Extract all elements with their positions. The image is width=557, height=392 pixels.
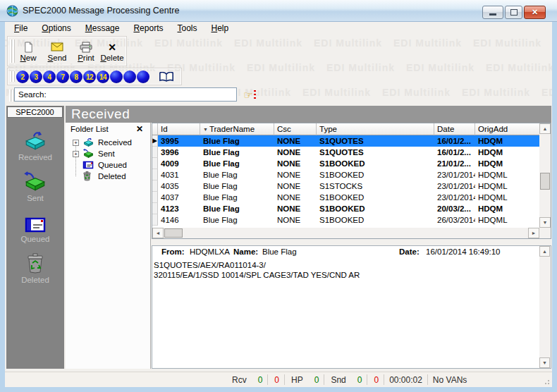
detail-vertical-scrollbar[interactable]: ▲ ▼ bbox=[539, 246, 551, 368]
table-row[interactable]: ▶ 3995Blue Flag NONES1QUOTES 16/01/2...H… bbox=[152, 135, 540, 147]
sent-tray-icon bbox=[82, 149, 94, 159]
book-button[interactable] bbox=[156, 70, 177, 84]
status-divider bbox=[267, 374, 268, 385]
scroll-right-icon[interactable]: ► bbox=[528, 228, 539, 238]
table-row[interactable]: 3996Blue Flag NONES1QUOTES 16/01/2...HDQ… bbox=[152, 147, 540, 158]
message-body: S1QUOTES/AEX/RA011014-3/ 320115/EA/1/SSD… bbox=[154, 260, 534, 280]
type-sphere-button[interactable]: 14 bbox=[97, 71, 109, 83]
status-divider bbox=[384, 374, 384, 385]
delete-button[interactable]: ✕ Delete bbox=[98, 38, 126, 65]
folder-list-title: Folder List bbox=[71, 125, 109, 133]
column-header-date[interactable]: Date bbox=[434, 123, 475, 135]
app-window: SPEC2000 Message Processing Centre ✕ Fil… bbox=[0, 0, 557, 392]
table-row[interactable]: 4037Blue Flag NONES1BOOKED 23/01/2014HDQ… bbox=[152, 192, 540, 203]
send-button[interactable]: Send bbox=[43, 38, 71, 65]
rcv-ok-count: 0 bbox=[258, 375, 263, 385]
tree-item-deleted[interactable]: Deleted bbox=[66, 171, 150, 182]
menu-tools[interactable]: Tools bbox=[173, 23, 200, 34]
folder-list-close-icon[interactable]: ✕ bbox=[136, 124, 143, 134]
type-sphere-button[interactable]: 7 bbox=[56, 71, 69, 83]
open-book-icon bbox=[159, 72, 174, 82]
menu-file[interactable]: File bbox=[11, 23, 31, 34]
type-sphere-button[interactable]: 3 bbox=[30, 71, 42, 83]
message-detail-pane: From: HDQMLXA Name: Blue Flag Date: 16/0… bbox=[152, 245, 551, 369]
table-row[interactable]: 4009Blue Flag NONES1BOOKED 21/01/2...HDQ… bbox=[152, 158, 540, 169]
outlook-sidebar: SPEC2000 Received bbox=[6, 106, 64, 369]
status-divider bbox=[427, 374, 428, 385]
tree-item-received[interactable]: + Received bbox=[66, 137, 150, 148]
snd-error-count: 0 bbox=[374, 375, 379, 385]
rcv-label: Rcv bbox=[232, 375, 247, 385]
scrollbar-thumb[interactable] bbox=[540, 173, 550, 190]
expand-icon[interactable]: + bbox=[73, 151, 79, 157]
type-sphere-button[interactable]: 4 bbox=[43, 71, 56, 83]
column-header-tradername[interactable]: ▼TraderName bbox=[200, 123, 274, 135]
search-input[interactable]: Search: bbox=[14, 87, 237, 102]
column-header-origadd[interactable]: OrigAdd bbox=[475, 123, 540, 135]
scroll-down-icon[interactable]: ▼ bbox=[539, 217, 551, 228]
grid-vertical-scrollbar[interactable]: ▲ ▼ bbox=[539, 123, 551, 228]
scroll-down-icon[interactable]: ▼ bbox=[539, 357, 550, 368]
sidebar-tab-spec2000[interactable]: SPEC2000 bbox=[7, 106, 63, 118]
menu-reports[interactable]: Reports bbox=[130, 23, 166, 34]
scroll-left-icon[interactable]: ◄ bbox=[152, 228, 164, 238]
close-button[interactable]: ✕ bbox=[524, 6, 546, 19]
search-go-button[interactable]: ☞ bbox=[241, 88, 258, 102]
table-row[interactable]: 4146Blue Flag NONES1BOOKED 26/03/2014HDQ… bbox=[152, 214, 540, 226]
print-button[interactable]: Print bbox=[72, 38, 100, 65]
sidebar-item-queued[interactable]: Queued bbox=[6, 209, 64, 247]
window-title: SPEC2000 Message Processing Centre bbox=[23, 6, 179, 16]
menu-help[interactable]: Help bbox=[207, 23, 232, 34]
scroll-up-icon[interactable]: ▲ bbox=[539, 246, 550, 257]
type-sphere-button[interactable] bbox=[110, 71, 123, 83]
toolbar-grip[interactable] bbox=[10, 71, 15, 82]
type-sphere-button[interactable]: 8 bbox=[70, 71, 82, 83]
column-header-id[interactable]: Id bbox=[158, 123, 200, 135]
sidebar-item-sent[interactable]: Sent bbox=[6, 169, 64, 207]
column-header-csc[interactable]: Csc bbox=[274, 123, 317, 135]
name-label: Name: bbox=[233, 247, 258, 256]
scroll-up-icon[interactable]: ▲ bbox=[539, 123, 551, 134]
tree-item-queued[interactable]: Queued bbox=[66, 159, 150, 171]
type-sphere-button[interactable] bbox=[123, 71, 136, 83]
deleted-trash-icon bbox=[82, 171, 94, 181]
type-sphere-button[interactable]: 2 bbox=[16, 71, 29, 83]
client-area: File Options Message Reports Tools Help … bbox=[5, 22, 552, 387]
restore-icon bbox=[510, 9, 518, 16]
type-sphere-button[interactable] bbox=[137, 71, 149, 83]
printer-icon bbox=[80, 41, 92, 53]
column-header-selector[interactable] bbox=[152, 123, 158, 135]
from-label: From: bbox=[161, 247, 185, 256]
scrollbar-thumb[interactable] bbox=[164, 228, 183, 238]
resize-grip[interactable] bbox=[543, 378, 550, 385]
received-tray-icon bbox=[23, 128, 47, 152]
table-row[interactable]: 4031Blue Flag NONES1BOOKED 23/01/2014HDQ… bbox=[152, 169, 540, 180]
menu-options[interactable]: Options bbox=[38, 23, 74, 34]
sort-descending-icon: ▼ bbox=[203, 127, 208, 132]
sidebar-item-deleted[interactable]: Deleted bbox=[6, 250, 64, 288]
tree-item-label: Deleted bbox=[98, 172, 126, 180]
table-row[interactable]: 4035Blue Flag NONES1STOCKS 23/01/2014HDQ… bbox=[152, 180, 540, 192]
session-timer: 00:00:02 bbox=[389, 375, 422, 385]
delete-x-icon: ✕ bbox=[108, 41, 116, 53]
table-row[interactable]: 4123Blue Flag NONES1BOOKED 20/03/2...HDQ… bbox=[152, 203, 540, 214]
status-divider bbox=[284, 374, 285, 385]
sidebar-item-label: Received bbox=[18, 153, 52, 161]
toolbar-grip[interactable] bbox=[9, 90, 14, 102]
tree-item-label: Received bbox=[98, 138, 132, 147]
new-button[interactable]: New bbox=[14, 38, 42, 65]
column-header-type[interactable]: Type bbox=[317, 123, 434, 135]
type-sphere-button[interactable]: 12 bbox=[83, 71, 96, 83]
status-divider bbox=[324, 374, 324, 385]
row-pointer-icon: ▶ bbox=[152, 135, 158, 147]
menu-message[interactable]: Message bbox=[82, 23, 123, 34]
main-toolbar: New Send Print ✕ Delete bbox=[7, 36, 127, 66]
sent-tray-icon bbox=[23, 169, 47, 192]
tree-item-sent[interactable]: + Sent bbox=[66, 148, 150, 159]
sidebar-item-received[interactable]: Received bbox=[6, 128, 64, 166]
restore-button[interactable] bbox=[505, 6, 522, 19]
expand-icon[interactable]: + bbox=[73, 140, 79, 146]
search-label: Search: bbox=[18, 90, 47, 99]
grid-horizontal-scrollbar[interactable]: ◄ ► bbox=[152, 228, 539, 238]
minimize-button[interactable] bbox=[482, 6, 503, 19]
